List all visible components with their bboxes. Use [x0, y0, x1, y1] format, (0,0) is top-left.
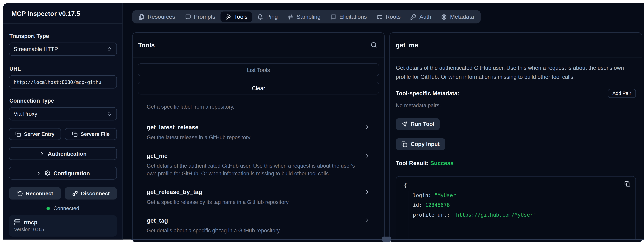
copy-icon — [402, 141, 408, 147]
tool-description: Get details about a specific git tag in … — [147, 227, 370, 235]
detail-panel-title: get_me — [396, 41, 418, 49]
key-icon — [410, 14, 416, 20]
url-field-group: URL — [9, 66, 117, 89]
transport-type-value: Streamable HTTP — [14, 46, 58, 52]
app-surface: MCP Inspector v0.17.5 Transport Type Str… — [4, 3, 644, 240]
server-version: Version: 0.8.5 — [14, 227, 112, 232]
url-input[interactable] — [9, 75, 117, 89]
connection-type-label: Connection Type — [10, 98, 116, 104]
status-text: Connected — [54, 206, 79, 212]
connection-type-select[interactable]: Via Proxy — [9, 107, 117, 121]
tab-roots[interactable]: Roots — [372, 11, 405, 22]
server-entry-button[interactable]: Server Entry — [9, 128, 61, 140]
tool-description: Get the latest release in a GitHub repos… — [147, 133, 370, 141]
connection-status: Connected — [9, 206, 117, 212]
chevron-right-icon — [39, 151, 45, 156]
gear-icon — [441, 14, 447, 20]
sidebar: MCP Inspector v0.17.5 Transport Type Str… — [4, 3, 123, 240]
tool-result-json: { login: "MyUser" id: 12345678 p — [396, 176, 636, 240]
authentication-label: Authentication — [48, 150, 87, 157]
tool-detail-description: Get details of the authenticated GitHub … — [396, 64, 636, 82]
tool-result-line: Tool Result: Success — [396, 160, 636, 166]
json-row-id: id: 12345678 — [413, 200, 630, 210]
copy-icon — [72, 131, 78, 137]
app-title: MCP Inspector v0.17.5 — [12, 10, 80, 17]
tool-description: Get a specific release by its tag name i… — [147, 198, 370, 206]
configuration-toggle[interactable]: Configuration — [9, 167, 117, 180]
clear-button[interactable]: Clear — [138, 82, 379, 95]
chevrons-up-down-icon — [106, 111, 112, 117]
configuration-label: Configuration — [54, 170, 90, 176]
tool-result-status: Success — [430, 160, 454, 166]
tool-description-overflow: Get a specific label from a repository. — [147, 103, 370, 111]
top-tab-bar: Resources Prompts Tools Ping Sampling El… — [132, 10, 480, 23]
no-metadata-text: No metadata pairs. — [396, 102, 636, 108]
unplug-icon — [72, 190, 78, 196]
search-icon[interactable] — [371, 42, 377, 48]
tab-elicitations[interactable]: Elicitations — [326, 11, 372, 22]
tool-item-get-me[interactable]: get_me Get details of the authenticated … — [147, 152, 370, 177]
tool-name: get_tag — [147, 217, 168, 224]
chevron-right-icon — [364, 153, 370, 159]
chevrons-up-down-icon — [106, 46, 112, 52]
tab-auth[interactable]: Auth — [406, 11, 436, 22]
tab-resources[interactable]: Resources — [134, 11, 180, 22]
gear-icon — [44, 170, 50, 176]
connection-type-value: Via Proxy — [14, 111, 37, 117]
tools-panel-header: Tools — [133, 33, 384, 58]
connection-type-field: Connection Type Via Proxy — [9, 98, 117, 121]
tab-prompts[interactable]: Prompts — [180, 11, 220, 22]
status-dot — [46, 207, 50, 210]
url-label: URL — [10, 66, 116, 72]
bell-icon — [257, 14, 263, 20]
tools-list-panel: Tools List Tools Clear Get a specific la… — [132, 32, 385, 242]
tool-result-label: Tool Result: — [396, 160, 429, 166]
transport-type-select[interactable]: Streamable HTTP — [9, 43, 117, 56]
copy-result-icon[interactable] — [624, 181, 630, 187]
sidebar-header: MCP Inspector v0.17.5 — [4, 3, 122, 24]
message-square-icon — [185, 14, 191, 20]
reconnect-label: Reconnect — [26, 190, 53, 196]
copy-input-button[interactable]: Copy Input — [396, 138, 445, 150]
reconnect-button[interactable]: Reconnect — [9, 187, 61, 200]
panel-resize-handle[interactable] — [382, 237, 391, 242]
run-tool-button[interactable]: Run Tool — [396, 118, 440, 130]
hash-icon — [288, 14, 294, 20]
chevron-right-icon — [364, 189, 370, 195]
rotate-ccw-icon — [17, 190, 23, 196]
transport-type-label: Transport Type — [10, 33, 116, 39]
tool-description: Get details of the authenticated GitHub … — [147, 162, 370, 177]
message-square-icon — [330, 14, 336, 20]
chevron-right-icon — [364, 124, 370, 130]
tab-metadata[interactable]: Metadata — [436, 11, 479, 22]
tab-tools[interactable]: Tools — [220, 11, 252, 22]
json-rows: login: "MyUser" id: 12345678 profile_url… — [408, 190, 630, 240]
detail-panel-header: get_me — [390, 33, 642, 58]
list-tools-button[interactable]: List Tools — [138, 63, 379, 76]
list-tree-icon — [377, 14, 383, 20]
send-icon — [402, 121, 408, 127]
add-pair-button[interactable]: Add Pair — [608, 89, 636, 98]
tab-sampling[interactable]: Sampling — [283, 11, 325, 22]
tool-item-get-tag[interactable]: get_tag Get details about a specific git… — [147, 217, 370, 235]
json-row-profile-url: profile_url: "https://github.com/MyUser" — [413, 210, 630, 220]
tool-item-get-release-by-tag[interactable]: get_release_by_tag Get a specific releas… — [147, 189, 370, 206]
tools-list: Get a specific label from a repository. … — [138, 103, 379, 240]
disconnect-label: Disconnect — [81, 190, 110, 196]
hammer-icon — [225, 14, 231, 20]
server-icon — [14, 219, 21, 226]
json-open-brace: { — [404, 181, 630, 190]
metadata-label: Tool-specific Metadata: — [396, 90, 460, 97]
tab-ping[interactable]: Ping — [253, 11, 282, 22]
authentication-toggle[interactable]: Authentication — [9, 147, 117, 160]
server-card: rmcp Version: 0.8.5 — [9, 215, 117, 237]
tool-name: get_latest_release — [147, 124, 198, 130]
tool-name: get_release_by_tag — [147, 189, 202, 195]
tool-item-get-latest-release[interactable]: get_latest_release Get the latest releas… — [147, 124, 370, 141]
files-icon — [139, 14, 145, 20]
servers-file-label: Servers File — [80, 131, 110, 137]
servers-file-button[interactable]: Servers File — [65, 128, 117, 140]
transport-type-field: Transport Type Streamable HTTP — [9, 33, 117, 56]
chevron-right-icon — [364, 218, 370, 224]
disconnect-button[interactable]: Disconnect — [65, 187, 117, 200]
